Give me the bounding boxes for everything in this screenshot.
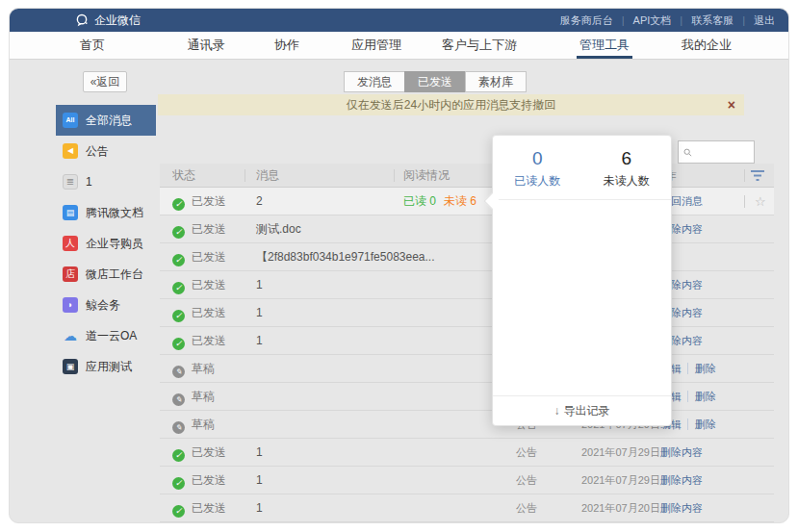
search-input[interactable] bbox=[696, 145, 749, 159]
sent-status-icon: ✓ bbox=[172, 198, 185, 211]
sent-status-icon: ✓ bbox=[172, 310, 185, 322]
sidebar-item-app-test[interactable]: ▣ 应用测试 bbox=[56, 351, 156, 382]
topbar-links: 服务商后台 API文档 联系客服 退出 bbox=[560, 13, 775, 28]
table-row[interactable]: ✓已发送 1 公告 2021年07月29日 删除内容 bbox=[160, 439, 774, 467]
status-label: 已发送 bbox=[192, 334, 226, 347]
toplink-api-docs[interactable]: API文档 bbox=[633, 13, 692, 28]
table-row[interactable]: ✎草稿 公告 2021年07月29日 编辑删除 bbox=[160, 411, 774, 439]
table-row[interactable]: ✓已发送 1 删除内容 bbox=[160, 271, 774, 299]
sidebar-item-label: 企业导购员 bbox=[86, 236, 143, 252]
search-icon bbox=[683, 147, 692, 158]
star-icon[interactable]: ☆ bbox=[755, 188, 766, 215]
sidebar-item-weidian-workbench[interactable]: 店 微店工作台 bbox=[56, 259, 156, 290]
date-cell: 2021年07月20日 bbox=[581, 494, 660, 522]
sidebar-item-label: 道一云OA bbox=[86, 328, 137, 344]
sidebar-item-1[interactable]: ≣ 1 bbox=[56, 166, 156, 197]
draft-status-icon: ✎ bbox=[172, 393, 185, 406]
sidebar-item-all-messages[interactable]: All 全部消息 bbox=[56, 105, 156, 136]
table-row[interactable]: ✓已发送 1 删除内容 bbox=[160, 299, 774, 327]
delete-link[interactable]: 删除 bbox=[687, 363, 716, 374]
sent-status-icon: ✓ bbox=[172, 254, 185, 266]
toplink-service-provider-console[interactable]: 服务商后台 bbox=[560, 13, 633, 28]
sidebar-item-whale-conference[interactable]: ◗ 鲸会务 bbox=[56, 290, 156, 320]
table-row[interactable]: ✓已发送 测试.doc 删除内容 bbox=[160, 215, 774, 243]
date-cell: 2021年07月29日 bbox=[581, 467, 660, 494]
sent-status-icon: ✓ bbox=[172, 282, 185, 294]
sidebar-item-tencent-docs[interactable]: ▤ 腾讯微文档 bbox=[56, 197, 156, 228]
read-status-cell[interactable]: 已读 0未读 6 bbox=[403, 188, 476, 215]
sidebar-item-label: 公告 bbox=[86, 143, 109, 160]
wechat-work-logo-icon bbox=[75, 13, 89, 27]
sidebar-item-label: 应用测试 bbox=[86, 359, 132, 375]
tab-send-message[interactable]: 发消息 bbox=[344, 71, 405, 92]
nav-app-management[interactable]: 应用管理 bbox=[351, 32, 401, 59]
message-tabs: 发消息 已发送 素材库 bbox=[345, 71, 527, 92]
sidebar-item-label: 全部消息 bbox=[86, 113, 132, 129]
sent-status-icon: ✓ bbox=[172, 477, 185, 490]
read-stat[interactable]: 0 已读人数 bbox=[493, 148, 582, 190]
sidebar-item-shopping-guide[interactable]: 人 企业导购员 bbox=[56, 228, 156, 259]
draft-status-icon: ✎ bbox=[172, 421, 185, 434]
tab-material-library[interactable]: 素材库 bbox=[465, 71, 527, 92]
type-cell: 公告 bbox=[516, 467, 537, 494]
delete-content-link[interactable]: 删除内容 bbox=[660, 446, 703, 458]
message-cell: 1 bbox=[256, 327, 263, 355]
nav-management-tools[interactable]: 管理工具 bbox=[579, 32, 630, 59]
main-nav: 首页 通讯录 协作 应用管理 客户与上下游 管理工具 我的企业 bbox=[10, 32, 788, 60]
message-cell: 1 bbox=[256, 271, 263, 299]
date-cell: 2021年07月29日 bbox=[581, 439, 660, 467]
back-button[interactable]: «返回 bbox=[83, 71, 127, 92]
nav-collaboration[interactable]: 协作 bbox=[274, 32, 299, 59]
table-row[interactable]: ✓已发送 【2f8d83bf034b1e971fe5083eea... bbox=[160, 243, 774, 271]
app-window: 企业微信 服务商后台 API文档 联系客服 退出 首页 通讯录 协作 应用管理 … bbox=[9, 8, 789, 523]
toplink-contact-support[interactable]: 联系客服 bbox=[691, 13, 754, 28]
message-cell: 1 bbox=[256, 494, 263, 522]
message-cell: 【2f8d83bf034b1e971fe5083eea... bbox=[256, 243, 435, 271]
brand: 企业微信 bbox=[75, 13, 141, 29]
shopping-guide-icon: 人 bbox=[63, 236, 78, 251]
status-label: 已发送 bbox=[192, 278, 226, 291]
delete-content-link[interactable]: 删除内容 bbox=[660, 474, 703, 486]
download-icon: ↓ bbox=[554, 404, 560, 418]
topbar: 企业微信 服务商后台 API文档 联系客服 退出 bbox=[10, 9, 788, 32]
filter-icon[interactable] bbox=[750, 169, 765, 182]
message-category-sidebar: All 全部消息 ◀ 公告 ≣ 1 ▤ 腾讯微文档 人 企业导购员 店 微店工作… bbox=[56, 105, 156, 382]
nav-contacts[interactable]: 通讯录 bbox=[188, 32, 225, 59]
read-count: 已读 0 bbox=[403, 194, 436, 208]
status-label: 草稿 bbox=[192, 362, 215, 375]
message-cell: 测试.doc bbox=[256, 215, 301, 243]
unread-stat[interactable]: 6 未读人数 bbox=[582, 148, 672, 190]
delete-link[interactable]: 删除 bbox=[687, 418, 716, 430]
type-cell: 公告 bbox=[516, 439, 537, 467]
status-label: 已发送 bbox=[192, 473, 226, 487]
popover-stats: 0 已读人数 6 未读人数 bbox=[493, 136, 671, 200]
delete-content-link[interactable]: 删除内容 bbox=[660, 502, 703, 514]
sent-status-icon: ✓ bbox=[172, 505, 185, 518]
close-icon[interactable]: × bbox=[728, 94, 735, 115]
table-row[interactable]: ✓已发送 1 公告 2021年07月20日 删除内容 bbox=[160, 494, 774, 522]
toplink-logout[interactable]: 退出 bbox=[754, 13, 775, 28]
export-records-button[interactable]: ↓导出记录 bbox=[493, 395, 671, 425]
brand-name: 企业微信 bbox=[94, 13, 141, 29]
sidebar-item-announcement[interactable]: ◀ 公告 bbox=[56, 136, 156, 166]
sidebar-item-label: 1 bbox=[86, 175, 92, 189]
status-label: 已发送 bbox=[192, 194, 226, 208]
table-row[interactable]: ✓已发送 2 已读 0未读 6 撤回消息 ☆ bbox=[160, 188, 774, 215]
col-status: 状态 bbox=[172, 164, 195, 188]
type-cell: 公告 bbox=[516, 494, 537, 522]
nav-customers-upstream[interactable]: 客户与上下游 bbox=[442, 32, 517, 59]
status-label: 草稿 bbox=[192, 418, 215, 431]
nav-home[interactable]: 首页 bbox=[80, 32, 105, 59]
nav-my-company[interactable]: 我的企业 bbox=[682, 32, 732, 59]
table-row[interactable]: ✓已发送 1 公告 2021年07月29日 删除内容 bbox=[160, 467, 774, 494]
table-row[interactable]: ✓已发送 1 删除内容 bbox=[160, 327, 774, 355]
table-row[interactable]: ✎草稿 编辑删除 bbox=[160, 383, 774, 411]
sent-status-icon: ✓ bbox=[172, 226, 185, 239]
all-messages-icon: All bbox=[63, 113, 78, 128]
unread-count: 未读 6 bbox=[444, 194, 476, 208]
sidebar-item-daoyiyun-oa[interactable]: ☁ 道一云OA bbox=[56, 320, 156, 351]
table-row[interactable]: ✎草稿 编辑删除 bbox=[160, 355, 774, 383]
tab-sent[interactable]: 已发送 bbox=[404, 71, 466, 92]
unread-count-label: 未读人数 bbox=[582, 173, 672, 190]
delete-link[interactable]: 删除 bbox=[687, 391, 716, 402]
